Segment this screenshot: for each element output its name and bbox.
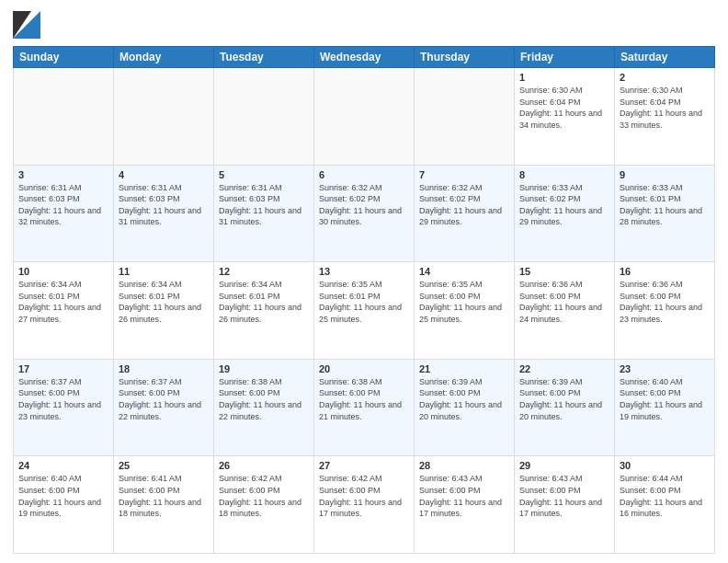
calendar-cell: 13Sunrise: 6:35 AMSunset: 6:01 PMDayligh… [314,262,415,360]
day-info: Sunrise: 6:30 AMSunset: 6:04 PMDaylight:… [620,85,710,131]
calendar-table: SundayMondayTuesdayWednesdayThursdayFrid… [13,46,715,554]
day-info: Sunrise: 6:34 AMSunset: 6:01 PMDaylight:… [119,279,209,325]
day-info: Sunrise: 6:34 AMSunset: 6:01 PMDaylight:… [219,279,309,325]
day-number: 22 [519,363,609,374]
day-info: Sunrise: 6:31 AMSunset: 6:03 PMDaylight:… [119,182,209,228]
day-info: Sunrise: 6:33 AMSunset: 6:02 PMDaylight:… [519,182,609,228]
day-number: 8 [519,169,609,180]
header [13,11,715,39]
calendar-cell: 23Sunrise: 6:40 AMSunset: 6:00 PMDayligh… [615,359,715,456]
calendar-cell: 30Sunrise: 6:44 AMSunset: 6:00 PMDayligh… [615,456,715,554]
day-info: Sunrise: 6:40 AMSunset: 6:00 PMDaylight:… [18,473,108,519]
day-number: 27 [319,460,409,471]
day-number: 28 [419,460,509,471]
day-info: Sunrise: 6:42 AMSunset: 6:00 PMDaylight:… [319,473,409,519]
calendar-cell: 19Sunrise: 6:38 AMSunset: 6:00 PMDayligh… [214,359,314,456]
calendar-cell [214,68,314,166]
day-info: Sunrise: 6:44 AMSunset: 6:00 PMDaylight:… [620,473,710,519]
calendar-cell: 6Sunrise: 6:32 AMSunset: 6:02 PMDaylight… [314,165,415,262]
day-info: Sunrise: 6:32 AMSunset: 6:02 PMDaylight:… [419,182,509,228]
day-number: 7 [419,169,509,180]
calendar-cell: 22Sunrise: 6:39 AMSunset: 6:00 PMDayligh… [515,359,615,456]
day-number: 11 [119,266,209,277]
day-info: Sunrise: 6:35 AMSunset: 6:01 PMDaylight:… [319,279,409,325]
calendar-cell: 21Sunrise: 6:39 AMSunset: 6:00 PMDayligh… [415,359,515,456]
day-info: Sunrise: 6:35 AMSunset: 6:00 PMDaylight:… [419,279,509,325]
calendar-cell: 12Sunrise: 6:34 AMSunset: 6:01 PMDayligh… [214,262,314,360]
day-number: 1 [519,72,609,83]
calendar-cell: 17Sunrise: 6:37 AMSunset: 6:00 PMDayligh… [14,359,114,456]
logo [13,11,44,39]
calendar-cell: 18Sunrise: 6:37 AMSunset: 6:00 PMDayligh… [114,359,214,456]
day-info: Sunrise: 6:31 AMSunset: 6:03 PMDaylight:… [219,182,309,228]
weekday-header: Wednesday [314,47,415,68]
calendar-cell: 27Sunrise: 6:42 AMSunset: 6:00 PMDayligh… [314,456,415,554]
day-info: Sunrise: 6:33 AMSunset: 6:01 PMDaylight:… [620,182,710,228]
day-number: 21 [419,363,509,374]
day-number: 5 [219,169,309,180]
calendar-cell [314,68,415,166]
day-number: 10 [18,266,108,277]
day-number: 17 [18,363,108,374]
day-info: Sunrise: 6:37 AMSunset: 6:00 PMDaylight:… [119,376,209,422]
day-info: Sunrise: 6:38 AMSunset: 6:00 PMDaylight:… [319,376,409,422]
weekday-header: Tuesday [214,47,314,68]
day-info: Sunrise: 6:40 AMSunset: 6:00 PMDaylight:… [620,376,710,422]
calendar-cell [415,68,515,166]
calendar-cell [14,68,114,166]
day-number: 6 [319,169,409,180]
calendar-cell: 3Sunrise: 6:31 AMSunset: 6:03 PMDaylight… [14,165,114,262]
day-info: Sunrise: 6:43 AMSunset: 6:00 PMDaylight:… [519,473,609,519]
day-number: 29 [519,460,609,471]
calendar-cell: 11Sunrise: 6:34 AMSunset: 6:01 PMDayligh… [114,262,214,360]
calendar-cell: 29Sunrise: 6:43 AMSunset: 6:00 PMDayligh… [515,456,615,554]
day-number: 13 [319,266,409,277]
calendar-cell: 1Sunrise: 6:30 AMSunset: 6:04 PMDaylight… [515,68,615,166]
day-number: 3 [18,169,108,180]
calendar-cell: 10Sunrise: 6:34 AMSunset: 6:01 PMDayligh… [14,262,114,360]
calendar-cell: 9Sunrise: 6:33 AMSunset: 6:01 PMDaylight… [615,165,715,262]
calendar-cell: 20Sunrise: 6:38 AMSunset: 6:00 PMDayligh… [314,359,415,456]
day-number: 18 [119,363,209,374]
day-number: 24 [18,460,108,471]
day-number: 16 [620,266,710,277]
calendar-cell: 25Sunrise: 6:41 AMSunset: 6:00 PMDayligh… [114,456,214,554]
day-number: 2 [620,72,710,83]
day-number: 25 [119,460,209,471]
calendar-cell: 15Sunrise: 6:36 AMSunset: 6:00 PMDayligh… [515,262,615,360]
weekday-header: Friday [515,47,615,68]
day-info: Sunrise: 6:34 AMSunset: 6:01 PMDaylight:… [18,279,108,325]
calendar-cell: 5Sunrise: 6:31 AMSunset: 6:03 PMDaylight… [214,165,314,262]
weekday-header: Thursday [415,47,515,68]
weekday-header: Saturday [615,47,715,68]
calendar-cell: 4Sunrise: 6:31 AMSunset: 6:03 PMDaylight… [114,165,214,262]
day-number: 9 [620,169,710,180]
day-info: Sunrise: 6:30 AMSunset: 6:04 PMDaylight:… [519,85,609,131]
day-number: 20 [319,363,409,374]
day-number: 12 [219,266,309,277]
day-info: Sunrise: 6:41 AMSunset: 6:00 PMDaylight:… [119,473,209,519]
day-info: Sunrise: 6:31 AMSunset: 6:03 PMDaylight:… [18,182,108,228]
day-info: Sunrise: 6:39 AMSunset: 6:00 PMDaylight:… [419,376,509,422]
calendar-cell: 8Sunrise: 6:33 AMSunset: 6:02 PMDaylight… [515,165,615,262]
day-number: 23 [620,363,710,374]
page: SundayMondayTuesdayWednesdayThursdayFrid… [0,0,728,563]
day-info: Sunrise: 6:36 AMSunset: 6:00 PMDaylight:… [519,279,609,325]
day-info: Sunrise: 6:38 AMSunset: 6:00 PMDaylight:… [219,376,309,422]
day-number: 15 [519,266,609,277]
day-info: Sunrise: 6:32 AMSunset: 6:02 PMDaylight:… [319,182,409,228]
calendar-cell: 14Sunrise: 6:35 AMSunset: 6:00 PMDayligh… [415,262,515,360]
logo-icon [13,11,40,39]
day-info: Sunrise: 6:39 AMSunset: 6:00 PMDaylight:… [519,376,609,422]
day-number: 4 [119,169,209,180]
day-info: Sunrise: 6:43 AMSunset: 6:00 PMDaylight:… [419,473,509,519]
day-number: 19 [219,363,309,374]
calendar-cell [114,68,214,166]
calendar-cell: 28Sunrise: 6:43 AMSunset: 6:00 PMDayligh… [415,456,515,554]
weekday-header: Sunday [14,47,114,68]
calendar-cell: 2Sunrise: 6:30 AMSunset: 6:04 PMDaylight… [615,68,715,166]
calendar-cell: 26Sunrise: 6:42 AMSunset: 6:00 PMDayligh… [214,456,314,554]
day-info: Sunrise: 6:42 AMSunset: 6:00 PMDaylight:… [219,473,309,519]
day-info: Sunrise: 6:37 AMSunset: 6:00 PMDaylight:… [18,376,108,422]
day-info: Sunrise: 6:36 AMSunset: 6:00 PMDaylight:… [620,279,710,325]
